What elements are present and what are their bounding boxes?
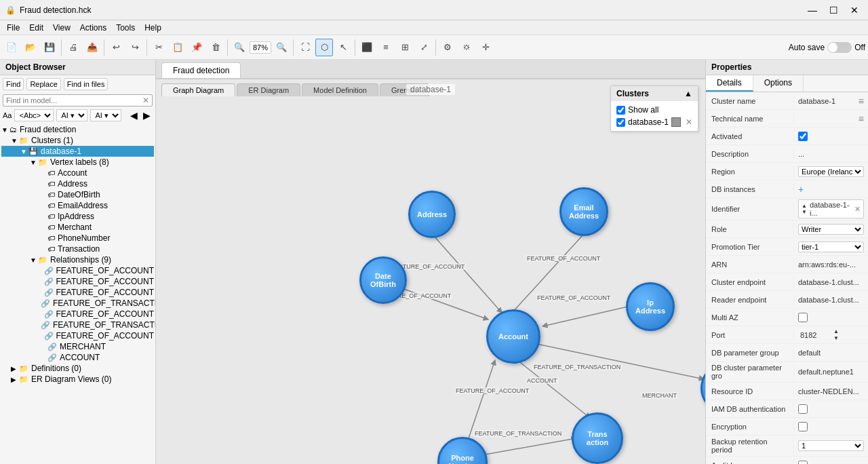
tree-item-fraud-detection[interactable]: ▼🗂Fraud detection — [1, 124, 154, 135]
node-emailaddress[interactable]: EmailAddress — [559, 187, 608, 236]
menu-actions[interactable]: Actions — [76, 22, 111, 34]
clusters-collapse-icon[interactable]: ▲ — [684, 89, 692, 98]
zoom-in-button[interactable]: 🔍 — [231, 39, 248, 56]
tree-expand-icon[interactable]: ▶ — [11, 365, 18, 372]
db-instances-add-button[interactable]: + — [798, 184, 804, 195]
prop-tab-options[interactable]: Options — [753, 75, 804, 92]
layout-button[interactable]: ⊞ — [396, 39, 414, 56]
tree-item-er-diagram-views--0-[interactable]: ▶📁ER Diagram Views (0) — [1, 374, 154, 385]
copy-button[interactable]: 📋 — [169, 39, 186, 56]
prop-checkbox-18[interactable] — [798, 422, 808, 431]
tree-item-dateofbirth[interactable]: 🏷DateOfBirth — [1, 189, 154, 200]
autosave-toggle[interactable] — [827, 42, 852, 53]
tree-item-address[interactable]: 🏷Address — [1, 178, 154, 189]
prop-spinner-up-13[interactable]: ▲ — [833, 328, 839, 335]
tree-item-merchant[interactable]: 🔗MERCHANT — [1, 341, 154, 352]
tree-item-clusters--1-[interactable]: ▼📁Clusters (1) — [1, 135, 154, 146]
fit-button[interactable]: ⛶ — [296, 39, 314, 56]
filter-ai1[interactable]: AI ▾ — [56, 109, 87, 121]
tree-item-relationships--9-[interactable]: ▼📁Relationships (9) — [1, 254, 154, 265]
prop-tab-details[interactable]: Details — [706, 75, 753, 92]
select-button[interactable]: ⬡ — [315, 39, 333, 56]
undo-button[interactable]: ↩ — [107, 39, 125, 56]
cluster-show-all-checkbox[interactable] — [616, 106, 625, 115]
tree-item-feature-of-account[interactable]: 🔗FEATURE_OF_ACCOUNT — [1, 276, 154, 287]
tree-item-transaction[interactable]: 🏷Transaction — [1, 244, 154, 254]
print-button[interactable]: 🖨 — [64, 39, 82, 56]
redo-button[interactable]: ↪ — [126, 39, 144, 56]
ob-next-button[interactable]: ▶ — [141, 109, 153, 121]
prop-select-19[interactable]: 1 — [798, 440, 864, 451]
tree-expand-icon[interactable]: ▼ — [30, 159, 37, 166]
tree-expand-icon[interactable]: ▼ — [30, 256, 37, 264]
expand-button[interactable]: ⤢ — [415, 39, 433, 56]
find-button[interactable]: Find — [3, 78, 24, 90]
prop-select-4[interactable]: Europe (Irelanc — [798, 166, 864, 177]
tree-item-feature-of-account[interactable]: 🔗FEATURE_OF_ACCOUNT — [1, 330, 154, 341]
menu-file[interactable]: File — [3, 22, 24, 34]
replace-button[interactable]: Replace — [26, 78, 60, 90]
prop-checkbox-12[interactable] — [798, 313, 808, 322]
find-in-files-button[interactable]: Find in files — [64, 78, 108, 90]
node-merchant[interactable]: Merchant — [701, 362, 705, 414]
title-bar-controls[interactable]: — ☐ ✕ — [804, 3, 863, 17]
node-account[interactable]: Account — [486, 309, 540, 364]
search-clear-icon[interactable]: ✕ — [142, 96, 149, 105]
cut-button[interactable]: ✂ — [150, 39, 167, 56]
node-address[interactable]: Address — [408, 191, 456, 238]
open-button[interactable]: 📂 — [22, 39, 39, 56]
pointer-button[interactable]: ↖ — [334, 39, 352, 56]
tree-expand-icon[interactable]: ▼ — [11, 137, 18, 144]
id-down-6[interactable]: ▼ — [802, 209, 807, 215]
node-phonenumber[interactable]: PhoneNumber — [437, 437, 488, 464]
tree-item-merchant[interactable]: 🏷Merchant — [1, 222, 154, 233]
canvas-content[interactable]: database-1 — [156, 79, 705, 464]
prop-checkbox-17[interactable] — [798, 404, 808, 414]
menu-tools[interactable]: Tools — [112, 22, 139, 34]
new-button[interactable]: 📄 — [3, 39, 20, 56]
search-input[interactable] — [6, 96, 142, 104]
prop-edit-btn-1[interactable]: ≡ — [859, 113, 864, 124]
graph-canvas[interactable]: database-1 — [156, 79, 705, 464]
paste-button[interactable]: 📌 — [188, 39, 205, 56]
align-left-button[interactable]: ⬛ — [358, 39, 376, 56]
tree-expand-icon[interactable]: ▼ — [1, 126, 8, 134]
tree-item-feature-of-account[interactable]: 🔗FEATURE_OF_ACCOUNT — [1, 265, 154, 276]
filter-ai2[interactable]: AI ▾ — [90, 109, 121, 121]
cluster-database1-checkbox[interactable] — [616, 118, 625, 127]
prop-checkbox-20[interactable] — [798, 461, 808, 465]
tree-item-account[interactable]: 🔗ACCOUNT — [1, 352, 154, 363]
zoom-level[interactable]: 87% — [250, 41, 271, 54]
cluster-database1-color[interactable] — [671, 117, 681, 127]
filter-abc[interactable]: <Abc> — [14, 109, 54, 121]
id-up-6[interactable]: ▲ — [802, 203, 807, 209]
node-transaction[interactable]: Transaction — [572, 412, 623, 464]
tree-item-ipaddress[interactable]: 🏷IpAddress — [1, 211, 154, 222]
prop-spinner-down-13[interactable]: ▼ — [833, 335, 839, 342]
tree-item-database-1[interactable]: ▼💾database-1 — [1, 146, 154, 157]
extra-button[interactable]: ✛ — [477, 39, 494, 56]
tree-item-account[interactable]: 🏷Account — [1, 168, 154, 178]
tree-item-vertex-labels--8-[interactable]: ▼📁Vertex labels (8) — [1, 157, 154, 168]
tree-item-emailaddress[interactable]: 🏷EmailAddress — [1, 200, 154, 211]
tree-item-feature-of-transactio[interactable]: 🔗FEATURE_OF_TRANSACTIO — [1, 320, 154, 330]
tree-expand-icon[interactable]: ▶ — [11, 376, 18, 383]
id-close-6[interactable]: ✕ — [854, 205, 861, 214]
prop-checkbox-2[interactable] — [798, 132, 808, 141]
clusters-header[interactable]: Clusters ▲ — [611, 86, 698, 101]
tree-item-definitions--0-[interactable]: ▶📁Definitions (0) — [1, 363, 154, 374]
prop-spinner-input-13[interactable] — [798, 330, 832, 340]
close-button[interactable]: ✕ — [846, 3, 863, 17]
node-dateofbirth[interactable]: DateOfBirth — [359, 256, 407, 304]
ob-prev-button[interactable]: ◀ — [128, 109, 140, 121]
settings-button[interactable]: ⚙ — [439, 39, 456, 56]
export-button[interactable]: 📤 — [83, 39, 101, 56]
delete-button[interactable]: 🗑 — [207, 39, 224, 56]
menu-view[interactable]: View — [49, 22, 75, 34]
prop-select-7[interactable]: Writer — [798, 224, 864, 235]
filter-aa[interactable]: Aa — [3, 111, 12, 119]
maximize-button[interactable]: ☐ — [825, 3, 842, 17]
cluster-database1-close[interactable]: ✕ — [686, 117, 692, 127]
menu-help[interactable]: Help — [140, 22, 165, 34]
tree-item-feature-of-account[interactable]: 🔗FEATURE_OF_ACCOUNT — [1, 309, 154, 320]
